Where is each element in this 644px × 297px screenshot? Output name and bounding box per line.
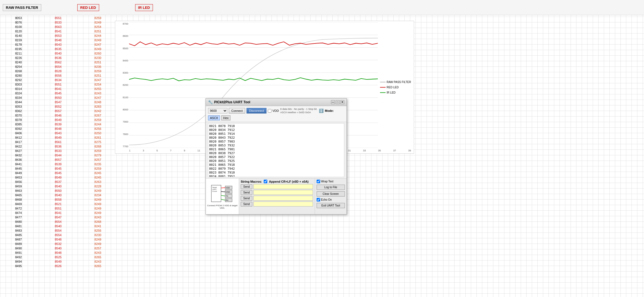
uart-output-line: 8020 8043 7922 (209, 136, 343, 140)
raw-pass-cell: 8483 (1, 228, 36, 233)
red-led-cell: 8546 (40, 113, 76, 118)
raw-pass-cell: 8385 (1, 122, 36, 126)
uart-macro-input-2[interactable] (253, 190, 313, 195)
legend-ir-line (380, 92, 386, 93)
uart-output-line: 8020 8051 7925 (209, 159, 343, 163)
circuit-svg: Target UART Circuit VDD GND TX RX (210, 184, 235, 203)
uart-wrap-text-label: Wrap Text (321, 180, 333, 183)
raw-pass-cell: 8334 (1, 95, 36, 100)
uart-exit-button[interactable]: Exit UART Tool (317, 203, 345, 208)
ir-led-cell: 8243 (80, 215, 116, 219)
uart-append-cr-checkbox[interactable] (264, 180, 267, 183)
uart-send-button-3[interactable]: Send (241, 196, 252, 201)
chart-y-label: 8500 (116, 47, 128, 50)
svg-line-26 (221, 199, 225, 200)
ir-led-cell: 8279 (80, 153, 116, 157)
uart-output-line: 8021 8065 7918 (209, 163, 343, 167)
uart-circuit-diagram: Target UART Circuit VDD GND TX RX (206, 179, 239, 214)
svg-text:UART: UART (212, 188, 217, 190)
raw-pass-cell: 8485 (1, 233, 36, 237)
uart-send-button-1[interactable]: Send (241, 184, 252, 189)
red-led-cell: 8549 (40, 259, 76, 264)
red-led-cell: 8540 (40, 184, 76, 188)
raw-pass-cell: 8314 (1, 87, 36, 91)
uart-vdd-checkbox[interactable] (268, 109, 271, 113)
raw-pass-cell: 8456 (1, 180, 36, 184)
raw-pass-filter-label: RAW PASS FILTER (3, 4, 41, 11)
uart-maximize-button[interactable]: □ (336, 100, 340, 104)
uart-log-to-file-button[interactable]: Log to File (317, 185, 345, 190)
red-led-cell: 8563 (40, 25, 76, 29)
uart-help-icon[interactable]: ℹ️ (319, 109, 324, 113)
raw-pass-cell: 8449 (1, 171, 36, 175)
chart-y-label: 8100 (116, 96, 128, 99)
uart-info-text: 8 data bits - No parity - 1 Stop bit.ASC… (280, 107, 317, 114)
raw-pass-cell: 8491 (1, 250, 36, 255)
uart-send-button-2[interactable]: Send (241, 190, 252, 195)
uart-macro-input-4[interactable] (253, 202, 313, 206)
ir-led-cell: 8267 (80, 113, 116, 118)
uart-dialog-title: PICkit2Plus UART Tool (214, 100, 250, 104)
raw-pass-cell: 8392 (1, 126, 36, 131)
ir-led-cell: 8230 (80, 233, 116, 237)
red-led-cell: 8540 (40, 193, 76, 197)
chart-x-label: 39 (408, 149, 411, 152)
svg-text:VDD: VDD (226, 187, 230, 189)
ir-led-cell: 8275 (80, 140, 116, 144)
raw-pass-cell: 8480 (1, 219, 36, 224)
raw-pass-cell: 8254 (1, 64, 36, 69)
red-led-cell: 8547 (40, 215, 76, 219)
raw-pass-cell: 8211 (1, 51, 36, 56)
ir-led-cell: 8230 (80, 56, 116, 60)
uart-macro-row-4: Send (241, 202, 313, 206)
uart-echo-on-label: Echo On (321, 198, 332, 201)
uart-ascii-button[interactable]: ASCII (208, 115, 220, 120)
chart-y-label: 8600 (116, 35, 128, 37)
uart-baud-select[interactable]: 9600 19200 38400 115200 (208, 108, 227, 113)
ir-led-cell: 8254 (80, 82, 116, 87)
chart-y-label: 8000 (116, 108, 128, 111)
raw-pass-cell: 8453 (1, 175, 36, 180)
legend-ir-label: IR LED (387, 91, 396, 94)
red-led-cell: 8539 (40, 162, 76, 166)
ir-led-cell: 8249 (80, 237, 116, 242)
uart-clear-screen-button[interactable]: Clear Screen (317, 191, 345, 197)
legend-red-line (380, 87, 386, 87)
raw-pass-cell: 8459 (1, 184, 36, 188)
raw-pass-cell: 8472 (1, 206, 36, 211)
uart-macro-input-1[interactable] (253, 184, 313, 189)
uart-connect-button[interactable]: Connect (229, 108, 245, 113)
ir-led-cell: 8256 (80, 126, 116, 131)
uart-output-line: 8020 8057 7903 (209, 140, 343, 144)
uart-append-cr-label: Append CR+LF (x0D + x0A) (269, 180, 309, 183)
raw-pass-cell: 8469 (1, 202, 36, 206)
uart-disconnect-button[interactable]: Disconnect (247, 108, 266, 113)
uart-output-line: 8021 8078 7918 (209, 124, 343, 128)
uart-echo-on-checkbox[interactable] (317, 198, 320, 202)
raw-pass-cell: 8362 (1, 109, 36, 113)
ir-led-cell: 8228 (80, 184, 116, 188)
chart-x-label: 11 (197, 149, 200, 152)
uart-minimize-button[interactable]: — (331, 100, 335, 104)
uart-send-button-4[interactable]: Send (241, 202, 252, 206)
uart-output[interactable]: 8021 8078 79188020 8034 79128020 8051 79… (208, 123, 344, 177)
ir-led-cell: 8236 (80, 64, 116, 69)
chart-y-label: 8300 (116, 71, 128, 74)
raw-pass-cell: 8417 (1, 140, 36, 144)
uart-hex-button[interactable]: Hex (221, 115, 231, 120)
raw-pass-cell: 8436 (1, 157, 36, 162)
ir-led-cell: 8249 (80, 47, 116, 51)
uart-macro-input-3[interactable] (253, 196, 313, 201)
raw-pass-cell: 8463 (1, 188, 36, 193)
uart-output-line: 8020 8038 7927 (209, 151, 343, 155)
svg-line-23 (221, 188, 225, 188)
ir-led-cell: 8245 (80, 171, 116, 175)
red-led-cell: 8545 (40, 166, 76, 171)
red-led-cell: 8557 (40, 109, 76, 113)
red-led-cell: 8554 (40, 219, 76, 224)
uart-close-button[interactable]: ✕ (340, 100, 344, 104)
uart-wrap-text-checkbox[interactable] (317, 180, 320, 183)
uart-window-buttons[interactable]: — □ ✕ (331, 100, 344, 104)
uart-macros-header: String Macros: Append CR+LF (x0D + x0A) (241, 180, 313, 183)
data-columns: 8053807681008120814081598178819582118226… (0, 15, 116, 297)
